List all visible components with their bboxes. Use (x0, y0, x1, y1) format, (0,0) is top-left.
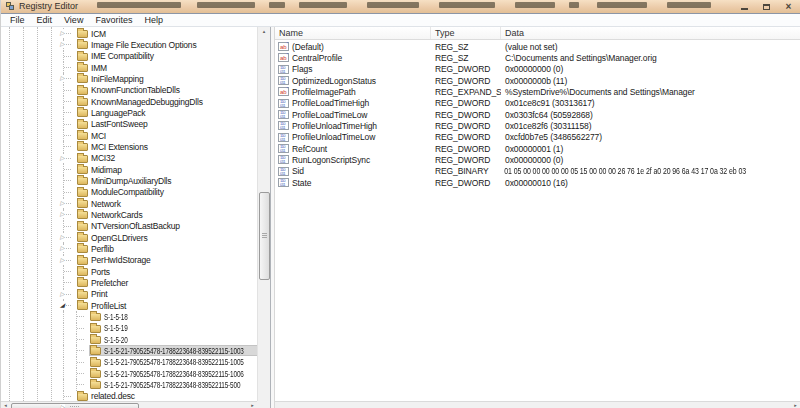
tree-item[interactable]: KnownFunctionTableDlls (1, 85, 257, 96)
expander-icon[interactable] (60, 75, 65, 82)
tree-item[interactable]: S-1-5-20 (1, 334, 257, 345)
tree-item-content: S-1-5-21-790525478-1788223648-839522115-… (89, 345, 257, 356)
tree-item[interactable]: ProfileList (1, 300, 257, 311)
tree-item[interactable]: S-1-5-19 (1, 323, 257, 334)
tree-item-content: S-1-5-21-790525478-1788223648-839522115-… (89, 357, 257, 368)
expander-icon[interactable] (60, 211, 65, 218)
value-row[interactable]: Flags REG_DWORD 0x00000000 (0) (275, 64, 800, 75)
column-header[interactable]: Type (431, 27, 501, 39)
expander-icon[interactable] (60, 291, 65, 298)
value-row[interactable]: ProfileUnloadTimeHigh REG_DWORD 0x01ce82… (275, 120, 800, 131)
column-header[interactable]: Name (275, 27, 431, 39)
tree-item[interactable]: PerHwIdStorage (1, 255, 257, 266)
scroll-right-icon[interactable]: ▸ (791, 402, 800, 408)
value-type-icon (278, 133, 289, 142)
tree-item[interactable]: Perflib (1, 243, 257, 254)
scroll-left-icon[interactable]: ◂ (1, 402, 10, 408)
tree-item[interactable]: KnownManagedDebuggingDlls (1, 96, 257, 107)
value-row[interactable]: CentralProfile REG_SZ C:\Documents and S… (275, 52, 800, 63)
tree-item[interactable]: MCI32 (1, 153, 257, 164)
tree-item-content: LastFontSweep (76, 119, 152, 130)
value-row[interactable]: ProfileImagePath REG_EXPAND_SZ %SystemDr… (275, 86, 800, 97)
tree-item[interactable]: NTVersionOfLastBackup (1, 221, 257, 232)
tree-item[interactable]: IME Compatibility (1, 51, 257, 62)
tree-connector (63, 255, 76, 266)
folder-icon (77, 291, 88, 299)
value-row[interactable]: RefCount REG_DWORD 0x00000001 (1) (275, 143, 800, 154)
tree-item[interactable]: S-1-5-21-790525478-1788223648-839522115-… (1, 368, 257, 379)
folder-icon (90, 336, 101, 344)
tree-item[interactable]: LastFontSweep (1, 119, 257, 130)
list-horizontal-scrollbar[interactable]: ▸ (275, 401, 800, 408)
column-header[interactable]: Data (501, 27, 800, 39)
scroll-up-icon[interactable]: ▴ (258, 27, 270, 36)
value-name-cell: Flags (275, 64, 431, 74)
value-row[interactable]: OptimizedLogonStatus REG_DWORD 0x0000000… (275, 75, 800, 86)
menu-item[interactable]: View (58, 14, 89, 26)
tree-item[interactable]: MiniDumpAuxiliaryDlls (1, 175, 257, 186)
value-row[interactable]: ProfileLoadTimeHigh REG_DWORD 0x01ce8c91… (275, 98, 800, 109)
tree-horizontal-scrollbar[interactable]: ◂ ▸ (1, 401, 257, 408)
menu-item[interactable]: Edit (31, 14, 59, 26)
tree-item[interactable]: Print (1, 289, 257, 300)
tree-hscroll-thumb[interactable] (11, 403, 139, 408)
tree-connector (63, 107, 76, 118)
menu-item[interactable]: Favorites (89, 14, 138, 26)
tree-item[interactable]: S-1-5-18 (1, 311, 257, 322)
minimize-button[interactable] (738, 2, 751, 11)
tree-item[interactable]: ModuleCompatibility (1, 187, 257, 198)
tree-vscroll-thumb[interactable] (259, 192, 270, 280)
value-row[interactable]: (Default) REG_SZ (value not set) (275, 41, 800, 52)
expander-icon[interactable] (60, 234, 65, 241)
menu-item[interactable]: File (4, 14, 31, 26)
expander-icon[interactable] (60, 302, 65, 309)
folder-icon (90, 381, 101, 389)
tree-item[interactable]: Prefetcher (1, 277, 257, 288)
tree-item-label: S-1-5-18 (104, 312, 128, 322)
value-data: (value not set) (501, 42, 800, 52)
tree-item[interactable]: LanguagePack (1, 107, 257, 118)
tree-item[interactable]: Ports (1, 266, 257, 277)
value-row[interactable]: ProfileLoadTimeLow REG_DWORD 0x0303fc64 … (275, 109, 800, 120)
tree-item[interactable]: ICM (1, 28, 257, 39)
close-button[interactable]: × (782, 2, 795, 11)
folder-icon (90, 313, 101, 321)
maximize-button[interactable] (760, 2, 773, 11)
expander-icon[interactable] (60, 245, 65, 252)
tree-item[interactable]: MCI (1, 130, 257, 141)
tree-item[interactable]: OpenGLDrivers (1, 232, 257, 243)
scroll-right-icon[interactable]: ▸ (248, 402, 257, 408)
tree-connector (76, 379, 89, 390)
tree-item[interactable]: Midimap (1, 164, 257, 175)
tree-item-content: related.desc (76, 391, 140, 402)
expander-icon[interactable] (60, 257, 65, 264)
value-row[interactable]: ProfileUnloadTimeLow REG_DWORD 0xcfd0b7e… (275, 132, 800, 143)
expander-icon[interactable] (60, 155, 65, 162)
tree-item[interactable]: IMM (1, 62, 257, 73)
tree-item[interactable]: S-1-5-21-790525478-1788223648-839522115-… (1, 357, 257, 368)
value-name: ProfileImagePath (292, 87, 356, 97)
expander-icon[interactable] (60, 404, 65, 408)
value-name-cell: ProfileLoadTimeHigh (275, 98, 431, 108)
tree-item[interactable]: Network (1, 198, 257, 209)
value-row[interactable]: Sid REG_BINARY 01 05 00 00 00 00 00 05 1… (275, 166, 800, 177)
expander-icon[interactable] (60, 200, 65, 207)
value-data: 0x00000000 (0) (501, 64, 800, 74)
menu-item[interactable]: Help (138, 14, 169, 26)
tree-item[interactable]: MCI Extensions (1, 141, 257, 152)
tree-item[interactable]: NetworkCards (1, 209, 257, 220)
tree-item-content: MCI Extensions (76, 141, 153, 152)
maximize-icon (763, 4, 770, 10)
expander-icon[interactable] (60, 41, 65, 48)
expander-icon[interactable] (60, 30, 65, 37)
tree-item[interactable]: IniFileMapping (1, 73, 257, 84)
tree-item-label: KnownManagedDebuggingDlls (91, 97, 203, 107)
value-row[interactable]: RunLogonScriptSync REG_DWORD 0x00000000 … (275, 154, 800, 165)
value-name: Flags (292, 64, 312, 74)
tree-item[interactable]: Image File Execution Options (1, 39, 257, 50)
tree-item[interactable]: S-1-5-21-790525478-1788223648-839522115-… (1, 379, 257, 390)
value-row[interactable]: State REG_DWORD 0x00000010 (16) (275, 177, 800, 188)
tree-vertical-scrollbar[interactable]: ▴ ▾ (257, 27, 270, 408)
tree-connector (63, 73, 76, 84)
tree-item[interactable]: S-1-5-21-790525478-1788223648-839522115-… (1, 345, 257, 356)
